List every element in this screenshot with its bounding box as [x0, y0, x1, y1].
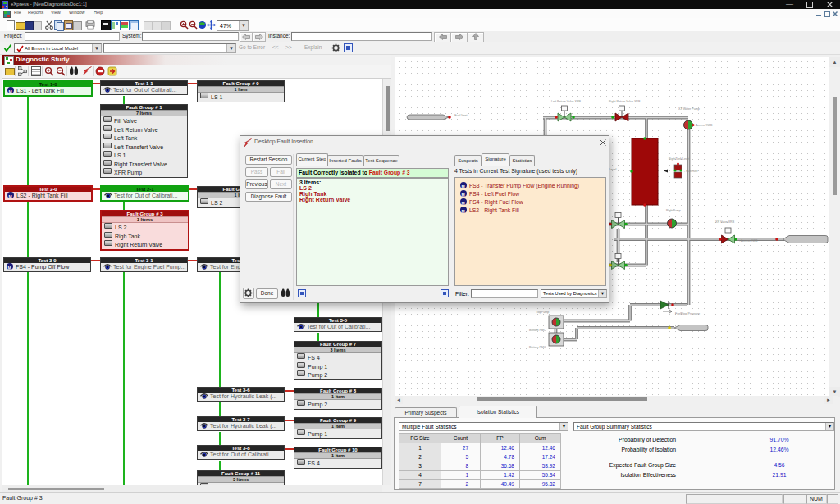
svg-text:XX Water Pump: XX Water Pump — [678, 107, 700, 111]
svg-text:- Access 9WB: - Access 9WB — [739, 239, 758, 243]
svg-text:- Fuel Vent: - Fuel Vent — [453, 114, 467, 117]
svg-text:Bottom PMC: Bottom PMC — [529, 329, 546, 332]
svg-text:Left Return Valve XRB: Left Return Valve XRB — [551, 100, 581, 103]
svg-text:FuelFlow Pressure: FuelFlow Pressure — [675, 312, 700, 316]
svg-text:Access 9WB: Access 9WB — [696, 124, 713, 127]
svg-text:RightTank Level: RightTank Level — [669, 157, 690, 161]
svg-text:Right Return Valve XRB: Right Return Valve XRB — [609, 100, 641, 103]
svg-text:XR Valve XRB: XR Valve XRB — [715, 220, 735, 224]
svg-text:TopPump: TopPump — [536, 311, 549, 314]
svg-text:Bottom PMC: Bottom PMC — [529, 346, 546, 349]
svg-text:RightPump: RightPump — [666, 209, 681, 212]
svg-text:- Fuel Xfer: - Fuel Xfer — [684, 170, 699, 173]
